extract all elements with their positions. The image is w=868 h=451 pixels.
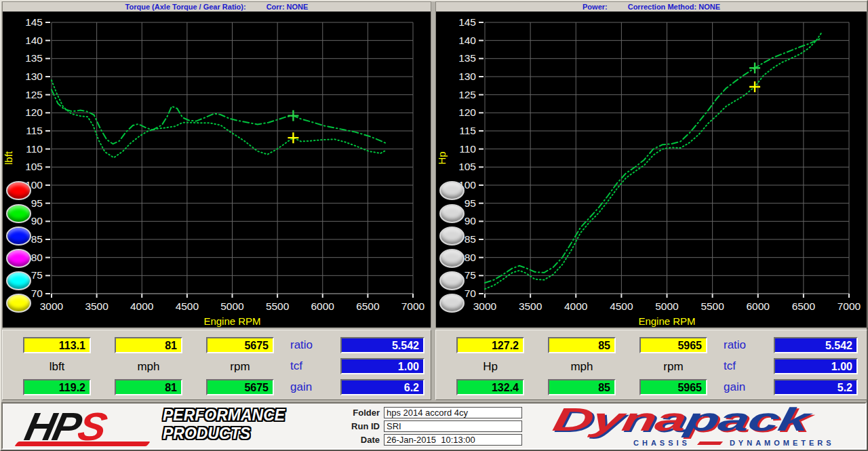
dynapack-logo: Dynapack CHASSIS DYNAMOMETERS <box>553 405 865 448</box>
series-run-sri-power <box>485 37 822 283</box>
ratio-label: ratio <box>724 338 771 352</box>
dynapack-swoosh-icon <box>697 442 723 445</box>
dynapack-logo-text: Dynapack <box>550 401 812 438</box>
channel-color-button[interactable] <box>6 204 31 223</box>
hps-swoosh <box>14 442 150 446</box>
torque-cursor-value: 113.1 <box>23 337 91 353</box>
gain-label: gain <box>290 380 338 394</box>
date-field[interactable] <box>384 434 522 446</box>
x-tick-label: 7000 <box>837 300 861 312</box>
run-id-field[interactable] <box>384 420 522 432</box>
dynapack-pack: pack <box>682 401 812 437</box>
channel-color-button[interactable] <box>439 181 465 200</box>
tcf-value: 1.00 <box>774 358 858 374</box>
power-channel-buttons <box>439 12 467 328</box>
x-tick-label: 6000 <box>311 300 335 312</box>
dynapack-dyna: Dyna <box>550 401 689 437</box>
power-run-mph: 85 <box>548 379 616 395</box>
channel-color-button[interactable] <box>6 294 31 313</box>
channel-color-button[interactable] <box>6 227 31 246</box>
tcf-value: 1.00 <box>340 358 425 374</box>
x-axis-title: Engine RPM <box>203 315 260 327</box>
folder-field[interactable] <box>384 407 522 418</box>
tcf-label: tcf <box>290 359 338 373</box>
channel-color-button[interactable] <box>439 271 465 290</box>
dyno-app-window: Torque (Axle Torque / Gear Ratio): Corr:… <box>0 0 868 451</box>
torque-header-correction: Corr: NONE <box>267 3 309 11</box>
power-cursor-rpm: 5965 <box>639 337 707 353</box>
power-chart-panel: Power: Correction Method: NONE 300035004… <box>435 1 867 328</box>
dynapack-chassis: CHASSIS <box>633 439 690 447</box>
cursor-marker <box>749 62 760 73</box>
x-tick-label: 6500 <box>356 300 380 312</box>
run-id-label: Run ID <box>340 421 384 431</box>
power-header-title: Power: <box>583 3 608 11</box>
series-run-sri-torque <box>52 90 386 144</box>
torque-header-title: Torque (Axle Torque / Gear Ratio): <box>125 3 246 11</box>
x-tick-label: 3500 <box>519 300 542 312</box>
torque-cursor-rpm: 5675 <box>206 337 274 353</box>
power-chart-header: Power: Correction Method: NONE <box>436 2 867 12</box>
date-label: Date <box>340 435 384 445</box>
torque-run-mph: 81 <box>115 379 182 395</box>
series-run-baseline-power <box>485 33 822 289</box>
torque-chart-panel: Torque (Axle Torque / Gear Ratio): Corr:… <box>2 1 431 328</box>
channel-color-button[interactable] <box>439 294 465 313</box>
power-readout-panel: 127.2 85 5965 Hp mph rpm 132.4 85 5965 r… <box>435 330 867 400</box>
footer-bar: HPS PERFORMANCE PRODUCTS Folder Run ID D… <box>1 402 867 450</box>
rpm-unit-label: rpm <box>639 360 707 374</box>
channel-color-button[interactable] <box>6 249 31 268</box>
power-chart-body: 3000350040004500500055006000650070007075… <box>436 12 867 328</box>
torque-cursor-mph: 81 <box>115 337 182 353</box>
torque-chart-header: Torque (Axle Torque / Gear Ratio): Corr:… <box>3 2 431 12</box>
x-tick-label: 5500 <box>266 300 290 312</box>
x-tick-label: 5500 <box>701 300 724 312</box>
channel-color-button[interactable] <box>439 227 465 246</box>
x-tick-label: 7000 <box>401 300 425 312</box>
x-tick-label: 5000 <box>220 300 244 312</box>
power-cursor-value: 127.2 <box>456 337 524 353</box>
x-tick-label: 6500 <box>792 300 816 312</box>
channel-color-button[interactable] <box>6 271 31 290</box>
x-tick-label: 4500 <box>176 300 199 312</box>
x-tick-label: 6000 <box>747 300 770 312</box>
cursor-marker <box>749 81 760 92</box>
torque-chart-body: 3000350040004500500055006000650070007075… <box>3 12 431 328</box>
channel-color-button[interactable] <box>6 181 31 200</box>
x-tick-label: 4000 <box>564 300 588 312</box>
hps-tagline-line2: PRODUCTS <box>163 425 285 443</box>
torque-unit-label: lbft <box>23 360 91 374</box>
run-info-form: Folder Run ID Date <box>340 407 537 448</box>
cursor-marker <box>288 132 298 143</box>
power-header-correction: Correction Method: NONE <box>628 3 720 11</box>
torque-run-value: 119.2 <box>23 379 91 395</box>
mph-unit-label: mph <box>548 360 616 374</box>
hps-logo: HPS PERFORMANCE PRODUCTS <box>16 406 335 448</box>
series-run-baseline-torque <box>52 80 386 157</box>
power-chart-plot: 3000350040004500500055006000650070007075… <box>436 12 867 328</box>
channel-color-button[interactable] <box>439 249 465 268</box>
x-tick-label: 3000 <box>40 300 64 312</box>
gain-value: 5.2 <box>774 379 858 395</box>
cursor-marker <box>288 111 298 121</box>
gain-label: gain <box>724 380 771 394</box>
ratio-value: 5.542 <box>774 337 858 353</box>
dynapack-dynamometers: DYNAMOMETERS <box>730 439 835 447</box>
ratio-label: ratio <box>290 338 338 352</box>
channel-color-button[interactable] <box>439 204 465 223</box>
power-run-value: 132.4 <box>456 379 524 395</box>
folder-label: Folder <box>340 408 384 418</box>
power-unit-label: Hp <box>456 360 524 374</box>
torque-channel-buttons <box>6 12 33 328</box>
torque-run-rpm: 5675 <box>206 379 274 395</box>
x-tick-label: 3500 <box>85 300 108 312</box>
mph-unit-label: mph <box>115 360 182 374</box>
x-axis-title: Engine RPM <box>638 315 695 327</box>
power-run-rpm: 5965 <box>639 379 707 395</box>
ratio-value: 5.542 <box>340 337 425 353</box>
torque-readout-panel: 113.1 81 5675 lbft mph rpm 119.2 81 5675… <box>2 330 431 400</box>
x-tick-label: 5000 <box>655 300 679 312</box>
x-tick-label: 4500 <box>610 300 633 312</box>
dynapack-subtitle: CHASSIS DYNAMOMETERS <box>633 439 835 447</box>
x-tick-label: 3000 <box>473 300 497 312</box>
